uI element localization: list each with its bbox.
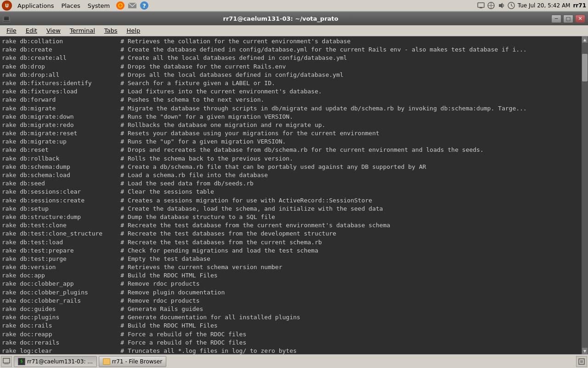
help-menu[interactable]: Help: [122, 26, 145, 35]
window-titlebar: rr71@caelum131-03: ~/vota_prato − □ ✕: [0, 12, 588, 25]
taskbar-filebrowser-label: rr71 - File Browser: [112, 358, 162, 365]
terminal-scroll-area[interactable]: rake db:collation # Retrieves the collat…: [0, 36, 588, 354]
file-menu[interactable]: File: [2, 26, 21, 35]
taskbar: $ rr71@caelum131-03: ... rr71 - File Bro…: [0, 354, 588, 368]
folder-taskbar-icon: [103, 358, 110, 365]
edit-menu[interactable]: Edit: [21, 26, 42, 35]
top-menu: Applications Places System: [14, 1, 113, 10]
clock-icon: [508, 2, 515, 9]
terminal-output: rake db:collation # Retrieves the collat…: [0, 36, 588, 354]
maximize-button[interactable]: □: [563, 15, 573, 23]
titlebar-left: [3, 15, 10, 23]
svg-text:?: ?: [142, 2, 146, 9]
terminal-content[interactable]: rake db:collation # Retrieves the collat…: [0, 36, 588, 354]
svg-rect-17: [3, 358, 10, 363]
network-icon: [487, 2, 495, 9]
svg-marker-11: [499, 3, 503, 8]
menu-bar: File Edit View Terminal Tabs Help: [0, 25, 588, 36]
scroll-up-arrow[interactable]: ▲: [582, 36, 588, 43]
taskbar-show-desktop[interactable]: [1, 356, 12, 367]
svg-point-2: [119, 4, 122, 7]
applications-menu[interactable]: Applications: [14, 1, 57, 10]
terminal-taskbar-icon: $: [18, 358, 25, 365]
taskbar-right-area: [576, 356, 587, 367]
firefox-icon[interactable]: [115, 0, 125, 11]
minimize-button[interactable]: −: [551, 15, 561, 23]
window-title: rr71@caelum131-03: ~/vota_prato: [10, 15, 551, 22]
view-menu[interactable]: View: [42, 26, 65, 35]
top-panel: U Applications Places System ? Tue Jul 2…: [0, 0, 588, 12]
scroll-down-arrow[interactable]: ▼: [582, 348, 588, 354]
topbar-right: Tue Jul 20, 5:42 AM rr71: [477, 2, 586, 9]
places-menu[interactable]: Places: [57, 1, 84, 10]
svg-rect-15: [4, 16, 9, 21]
svg-rect-6: [478, 3, 484, 7]
tabs-menu[interactable]: Tabs: [100, 26, 122, 35]
system-menu[interactable]: System: [84, 1, 113, 10]
taskbar-filebrowser-btn[interactable]: rr71 - File Browser: [99, 356, 166, 367]
username-display: rr71: [573, 2, 586, 9]
monitor-icon: [477, 2, 485, 9]
window-controls: − □ ✕: [551, 15, 585, 23]
terminal-window: rr71@caelum131-03: ~/vota_prato − □ ✕ Fi…: [0, 12, 588, 354]
scroll-thumb[interactable]: [582, 54, 588, 81]
ubuntu-logo: U: [2, 0, 12, 11]
taskbar-right-btn1[interactable]: [576, 356, 587, 367]
datetime-display: Tue Jul 20, 5:42 AM: [518, 2, 571, 9]
svg-line-14: [511, 6, 513, 6]
terminal-menu[interactable]: Terminal: [65, 26, 100, 35]
email-icon[interactable]: [127, 0, 137, 11]
volume-icon: [498, 2, 505, 9]
close-button[interactable]: ✕: [575, 15, 585, 23]
svg-rect-7: [480, 7, 482, 8]
svg-rect-20: [580, 360, 583, 363]
vertical-scrollbar[interactable]: ▲ ▼: [582, 36, 588, 354]
window-icon: [3, 15, 10, 23]
taskbar-terminal-btn[interactable]: $ rr71@caelum131-03: ...: [14, 356, 97, 367]
taskbar-terminal-label: rr71@caelum131-03: ...: [27, 358, 93, 365]
svg-rect-18: [4, 363, 9, 364]
help-icon[interactable]: ?: [139, 0, 149, 11]
